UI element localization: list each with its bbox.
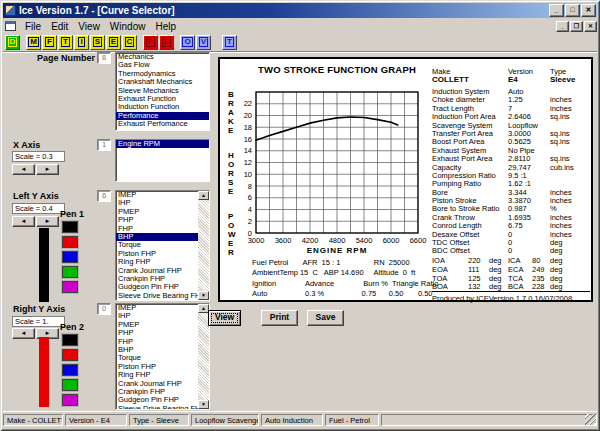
mdi-restore-button[interactable]: ❐ [570,21,583,32]
chart-footnote-line: AmbientTemp 15 C ABP 14.690 Altitude 0 f… [252,268,438,278]
left-y-scrollbar[interactable]: ▲ ▼ [198,191,209,300]
svg-text:A: A [228,108,234,117]
scroll-down-icon[interactable]: ▼ [198,400,209,409]
svg-text:5400: 5400 [356,236,373,245]
status-filler [381,414,597,426]
toolbar-button-E[interactable]: E [159,35,174,50]
toolbar-button-F[interactable]: F [42,35,57,50]
svg-text:R: R [228,248,234,257]
svg-text:R: R [228,169,234,178]
toolbar-button-E[interactable]: E [106,35,121,50]
right-y-scale-arrows: ◄ ► [12,328,59,339]
left-y-axis-list: IMEPIHPPMEPPHPFHPBHPTorquePiston FHPRing… [115,190,210,301]
toolbar-button-V[interactable]: V [196,35,211,50]
pen2-bar [39,337,49,407]
type-value: Sleeve [550,75,575,84]
mdi-minimize-button[interactable]: _ [556,21,569,32]
page-number-label: Page Number [37,53,95,63]
toolbar-button-S[interactable]: S [90,35,105,50]
svg-text:W: W [228,230,236,239]
svg-text:B: B [228,90,234,99]
list-item[interactable]: Engine RPM [116,140,209,148]
view-button[interactable]: View [208,310,241,326]
status-panel: Type - Sleeve [129,414,189,426]
toolbar-button-T[interactable]: T [222,35,237,50]
engine-parameter-rows: Induction SystemAutoChoke diameter1.25in… [432,88,590,256]
chart-footnote-line: Ignition Advance Burn % Triangle Ratio [252,279,438,289]
toolbar-button-M[interactable]: M [26,35,41,50]
engine-parameter-row: BDC Offset0deg [432,247,590,255]
right-y-axis-label: Right Y Axis [13,304,65,314]
toolbar-button-O[interactable]: O [180,35,195,50]
child-window-icon[interactable] [5,21,16,31]
minimize-button[interactable]: _ [549,4,564,17]
chart-footnote-line: Fuel Petrol AFR 15 : 1 RN 25000 [252,258,438,268]
pen-color-swatch[interactable] [62,334,78,346]
menu-item-edit[interactable]: Edit [46,20,73,33]
pen-color-swatch[interactable] [62,221,78,233]
pen-color-swatch[interactable] [62,349,78,361]
mdi-close-button[interactable]: ✕ [584,21,597,32]
menu-item-view[interactable]: View [73,20,105,33]
svg-text:O: O [228,160,234,169]
print-button[interactable]: Print [261,310,298,326]
x-axis-label: X Axis [13,140,40,150]
list-item[interactable]: Exhaust Perfomance [116,120,209,128]
save-button[interactable]: Save [307,310,344,326]
left-y-scale-increase-button[interactable]: ► [36,216,59,227]
toolbar: DMFTISECPEOVT [3,33,597,52]
toolbar-button-P[interactable]: P [143,35,158,50]
status-panel: Version - E4 [65,414,127,426]
svg-text:E: E [228,126,234,135]
status-panel: Loopflow Scavenge [191,414,259,426]
pen-color-swatch[interactable] [62,281,78,293]
pen-color-swatch[interactable] [62,266,78,278]
chart-footnote-line: Auto 0.3 % 0.75 0.50 0.50 [252,289,438,299]
toolbar-button-I[interactable]: I [74,35,89,50]
window-title: Ice Version 1.7 - [Curve Selector] [19,5,549,16]
x-axis-scale: Scale = 0.3 [12,151,65,162]
toolbar-button-D[interactable]: D [5,35,20,50]
resize-grip[interactable] [585,414,596,425]
pen-color-swatch[interactable] [62,236,78,248]
svg-text:4: 4 [248,205,252,214]
svg-text:3000: 3000 [248,236,265,245]
menu-items: FileEditViewWindowHelp [20,20,181,33]
scroll-up-icon[interactable]: ▲ [198,191,209,200]
pen-color-swatch[interactable] [62,251,78,263]
svg-text:R: R [228,99,234,108]
chart-footnotes: Fuel Petrol AFR 15 : 1 RN 25000AmbientTe… [252,258,438,300]
toolbar-button-C[interactable]: C [122,35,137,50]
svg-text:4200: 4200 [302,236,319,245]
right-y-axis-scale: Scale = 1. [12,316,65,327]
status-panel: Auto Induction [261,414,323,426]
left-y-axis-scale: Scale = 0.4 [12,203,65,214]
pen-color-swatch[interactable] [62,364,78,376]
left-y-scale-decrease-button[interactable]: ◄ [12,216,35,227]
close-button[interactable]: ✕ [581,4,596,17]
x-scale-increase-button[interactable]: ► [36,164,59,175]
svg-text:18: 18 [244,123,252,132]
right-y-scale-decrease-button[interactable]: ◄ [12,328,35,339]
pen1-bar [39,228,49,302]
svg-text:6000: 6000 [383,236,400,245]
menu-item-help[interactable]: Help [150,20,181,33]
svg-text:12: 12 [244,158,252,167]
list-item[interactable]: Sleeve Drive Bearing FHP [116,292,198,300]
pen1-label: Pen 1 [60,209,84,219]
status-panel: Make - COLLETT [3,414,63,426]
x-scale-decrease-button[interactable]: ◄ [12,164,35,175]
pen-color-swatch[interactable] [62,379,78,391]
menu-item-window[interactable]: Window [105,20,151,33]
engine-data-panel: Make Version Type COLLETT E4 Sleeve Indu… [432,59,590,300]
svg-text:10: 10 [244,170,252,179]
maximize-button[interactable]: □ [565,4,580,17]
svg-text:2: 2 [248,217,252,226]
title-bar[interactable]: Ice Version 1.7 - [Curve Selector] _ □ ✕ [3,3,597,18]
scroll-down-icon[interactable]: ▼ [198,291,209,300]
list-item[interactable]: Sleeve Drive Bearing FHP [116,405,198,409]
pen-color-swatch[interactable] [62,394,78,406]
toolbar-button-T[interactable]: T [58,35,73,50]
svg-text:14: 14 [244,146,252,155]
menu-item-file[interactable]: File [20,20,46,33]
